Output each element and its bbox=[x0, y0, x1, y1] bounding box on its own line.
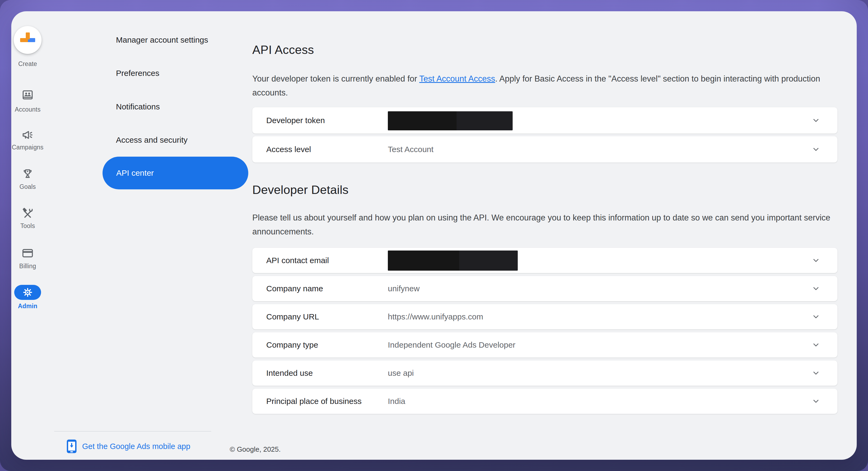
access-level-value: Test Account bbox=[388, 145, 433, 154]
rail-item-admin[interactable] bbox=[14, 285, 41, 300]
api-access-description-before: Your developer token is currently enable… bbox=[252, 74, 419, 83]
company-type-label: Company type bbox=[266, 340, 388, 349]
nav-item-api-center-active[interactable]: API center bbox=[102, 157, 248, 189]
chevron-down-icon[interactable] bbox=[812, 145, 820, 154]
rail-item-tools-label[interactable]: Tools bbox=[11, 222, 49, 230]
redacted-api-contact-email-value bbox=[388, 250, 518, 271]
company-name-label: Company name bbox=[266, 284, 388, 293]
chevron-down-icon[interactable] bbox=[812, 116, 820, 125]
rail-item-admin-label[interactable]: Admin bbox=[11, 303, 49, 310]
company-type-row[interactable]: Company type Independent Google Ads Deve… bbox=[252, 332, 837, 358]
api-access-title: API Access bbox=[252, 43, 314, 57]
nav-item-access-and-security[interactable]: Access and security bbox=[116, 134, 188, 146]
intended-use-value: use api bbox=[388, 369, 414, 378]
redacted-developer-token-value bbox=[388, 111, 513, 130]
nav-footer-divider bbox=[54, 431, 211, 432]
copyright-notice: © Google, 2025. bbox=[230, 445, 281, 453]
chevron-down-icon[interactable] bbox=[812, 284, 820, 293]
gear-icon bbox=[22, 287, 33, 298]
rail-item-billing-label[interactable]: Billing bbox=[11, 263, 49, 270]
rail-item-campaigns-label[interactable]: Campaigns bbox=[11, 144, 49, 151]
chevron-down-icon[interactable] bbox=[812, 312, 820, 321]
chevron-down-icon[interactable] bbox=[812, 341, 820, 349]
company-url-value: https://www.unifyapps.com bbox=[388, 312, 483, 321]
megaphone-icon[interactable] bbox=[21, 129, 34, 141]
tools-icon[interactable] bbox=[21, 207, 34, 220]
company-url-row[interactable]: Company URL https://www.unifyapps.com bbox=[252, 304, 837, 329]
get-mobile-app-label: Get the Google Ads mobile app bbox=[82, 442, 190, 451]
google-ads-window: Create Accounts Campaigns Goa bbox=[11, 11, 857, 460]
accounts-icon[interactable] bbox=[21, 89, 34, 101]
rail-item-create-label[interactable]: Create bbox=[11, 60, 49, 68]
intended-use-row[interactable]: Intended use use api bbox=[252, 361, 837, 386]
trophy-icon[interactable] bbox=[21, 167, 34, 180]
phone-download-icon bbox=[67, 439, 77, 453]
access-level-label: Access level bbox=[266, 145, 388, 154]
rail-item-goals-label[interactable]: Goals bbox=[11, 183, 49, 191]
developer-token-label: Developer token bbox=[266, 116, 388, 125]
chevron-down-icon[interactable] bbox=[812, 397, 820, 406]
access-level-row[interactable]: Access level Test Account bbox=[252, 136, 837, 163]
api-contact-email-label: API contact email bbox=[266, 256, 388, 265]
api-contact-email-row[interactable]: API contact email bbox=[252, 248, 837, 273]
company-url-label: Company URL bbox=[266, 312, 388, 321]
plus-icon bbox=[20, 32, 35, 47]
company-type-value: Independent Google Ads Developer bbox=[388, 340, 515, 349]
chevron-down-icon[interactable] bbox=[812, 256, 820, 265]
company-name-row[interactable]: Company name unifynew bbox=[252, 276, 837, 301]
nav-item-notifications[interactable]: Notifications bbox=[116, 101, 160, 113]
api-access-description: Your developer token is currently enable… bbox=[252, 72, 832, 100]
developer-details-rows: API contact email Company name unifynew … bbox=[252, 248, 837, 417]
credit-card-icon[interactable] bbox=[21, 247, 34, 260]
api-access-rows: Developer token Access level Test Accoun… bbox=[252, 107, 837, 165]
test-account-access-link[interactable]: Test Account Access bbox=[419, 74, 495, 83]
nav-item-manager-account-settings[interactable]: Manager account settings bbox=[116, 34, 208, 46]
company-name-value: unifynew bbox=[388, 284, 420, 293]
nav-item-api-center-label: API center bbox=[116, 168, 154, 177]
create-button[interactable] bbox=[14, 26, 41, 54]
principal-place-of-business-value: India bbox=[388, 397, 405, 406]
developer-details-description: Please tell us about yourself and how yo… bbox=[252, 211, 832, 239]
developer-token-row[interactable]: Developer token bbox=[252, 107, 837, 134]
get-mobile-app-link[interactable]: Get the Google Ads mobile app bbox=[67, 439, 190, 453]
admin-section-nav: Manager account settings Preferences Not… bbox=[57, 11, 250, 460]
chevron-down-icon[interactable] bbox=[812, 369, 820, 377]
principal-place-of-business-label: Principal place of business bbox=[266, 397, 388, 406]
primary-nav-rail: Create Accounts Campaigns Goa bbox=[11, 11, 57, 460]
principal-place-of-business-row[interactable]: Principal place of business India bbox=[252, 389, 837, 414]
developer-details-title: Developer Details bbox=[252, 183, 349, 197]
nav-item-preferences[interactable]: Preferences bbox=[116, 67, 159, 79]
intended-use-label: Intended use bbox=[266, 369, 388, 378]
rail-item-accounts-label[interactable]: Accounts bbox=[11, 106, 49, 113]
